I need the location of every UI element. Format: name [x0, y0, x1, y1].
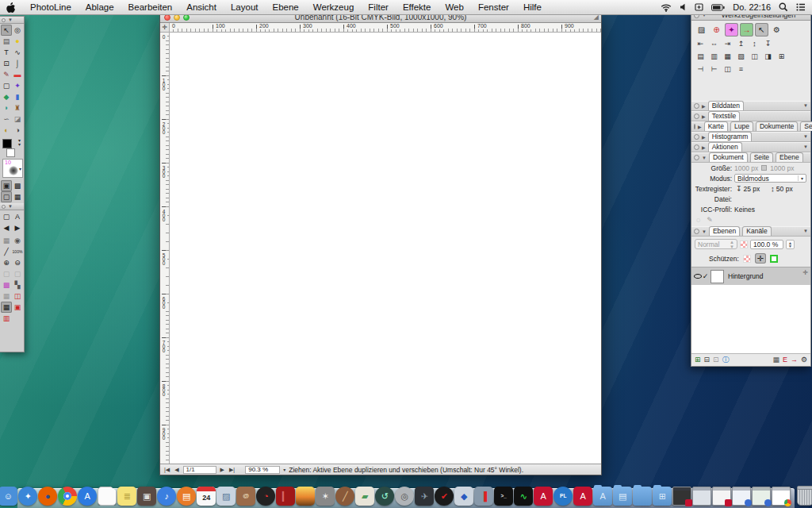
info-button[interactable]: ⓘ — [722, 356, 730, 364]
expand-icon[interactable]: ▶ — [698, 124, 702, 129]
collapse-icon[interactable]: ▼ — [702, 229, 707, 234]
dock-activity-monitor[interactable]: ∿ — [514, 487, 533, 506]
sub-panel-close-button[interactable] — [2, 205, 6, 209]
align-center-h-icon[interactable]: ⇔ — [709, 39, 719, 48]
page-back-icon[interactable]: ▢ — [1, 268, 12, 279]
tab-histogramm[interactable]: Histogramm — [708, 132, 753, 141]
arrow-option-button[interactable]: → — [740, 23, 753, 37]
cursor-option-button[interactable]: ↖ — [755, 23, 768, 37]
path-tool[interactable]: ∿ — [12, 47, 23, 58]
zoom-field[interactable]: 90.3 % — [245, 466, 280, 474]
panel-menu-icon[interactable]: ▼ — [803, 103, 808, 108]
dock-garageband[interactable]: ╱ — [335, 487, 354, 506]
dock-stickies[interactable]: ≣ — [117, 487, 136, 506]
sponge-tool[interactable]: ◗ — [1, 102, 12, 114]
select-tool[interactable]: ↖ — [1, 25, 12, 36]
prev-page-button[interactable]: ◀ — [1, 222, 12, 233]
new-group-button[interactable]: ⊟ — [704, 356, 710, 364]
target-option-icon[interactable]: ⊕ — [710, 23, 723, 37]
master-page-icon[interactable]: A — [12, 211, 23, 222]
next-page-button[interactable]: ▶ — [220, 467, 225, 473]
tab-lupe[interactable]: Lupe — [730, 121, 753, 131]
dock-ibooks[interactable]: ▤ — [177, 487, 196, 506]
opacity-field[interactable]: 100.0 % — [750, 240, 783, 249]
dock-safari[interactable]: ✦ — [18, 487, 37, 506]
distribute-top-icon[interactable]: ▧ — [736, 52, 746, 61]
zoom-dropdown-icon[interactable]: ▾ — [283, 467, 285, 472]
dock-photobooth[interactable]: ▣ — [137, 487, 156, 506]
zoom-100-label[interactable]: 100% — [12, 246, 23, 257]
equal-space-icon[interactable]: ≡ — [736, 64, 746, 74]
menu-item[interactable]: Web — [438, 2, 470, 12]
effect-layer-button[interactable]: E — [783, 356, 787, 364]
protect-size-button[interactable] — [770, 255, 778, 263]
size-link-checkbox[interactable] — [761, 165, 767, 171]
menu-item[interactable]: Ebene — [265, 2, 305, 12]
eraser-tool[interactable]: ◪ — [12, 114, 23, 125]
layer-row-hintergrund[interactable]: ✓ Hintergrund ✛ — [691, 267, 810, 285]
fill-tool[interactable]: ◆ — [1, 91, 12, 102]
expand-icon[interactable]: ▶ — [702, 144, 706, 150]
channel-mask-icon[interactable]: ▩ — [12, 180, 23, 191]
dock-mail[interactable]: ▨ — [216, 487, 236, 506]
image-layer-button[interactable]: ▦ — [772, 356, 779, 364]
notification-center-icon[interactable] — [796, 3, 806, 11]
dock-folder-windows[interactable]: ⊞ — [653, 487, 672, 506]
swatch-dropdown-icons[interactable]: ▾▾ — [18, 139, 21, 147]
align-top-icon[interactable]: ↥ — [736, 39, 746, 48]
grid-off-icon[interactable]: ▦ — [1, 291, 12, 302]
adjustment-layer-button[interactable]: → — [791, 356, 798, 364]
palette-icon[interactable]: ▩ — [1, 279, 12, 291]
layer-move-tool[interactable]: ▤ — [1, 36, 12, 47]
tab-dokument[interactable]: Dokument — [709, 152, 748, 162]
opacity-stepper[interactable]: ▲▼ — [786, 240, 795, 249]
line-icon[interactable]: ╱ — [1, 246, 12, 257]
tab-kanaele[interactable]: Kanäle — [742, 226, 771, 236]
dock-appstore[interactable]: A — [78, 487, 97, 506]
layer-settings-button[interactable]: ⚙ — [801, 356, 807, 364]
palette-collapse-icon[interactable]: ▼ — [8, 17, 13, 22]
healing-tool[interactable]: ▬ — [12, 69, 23, 80]
volume-icon[interactable] — [680, 3, 687, 11]
dock-libreoffice[interactable] — [98, 487, 117, 506]
dock-virtualbox[interactable]: ◆ — [454, 487, 473, 506]
dock-dark-app[interactable]: ✈ — [415, 487, 434, 506]
next-page-button[interactable]: ▶ — [12, 222, 23, 233]
sub-panel-collapse-icon[interactable]: ▼ — [8, 204, 13, 209]
protect-transparency-icon[interactable] — [743, 255, 751, 263]
dock-adobe-app[interactable]: A — [534, 487, 553, 506]
dock-calendar[interactable]: 24 — [197, 487, 216, 506]
dock-dashboard[interactable]: ◔ — [256, 487, 275, 506]
tab-ebene[interactable]: Ebene — [776, 152, 803, 162]
dock-itunes[interactable]: ♪ — [157, 487, 176, 506]
text-tool[interactable]: T — [1, 47, 12, 58]
dock-minimized-window-3[interactable] — [752, 487, 771, 506]
menu-item[interactable]: Ansicht — [179, 2, 224, 12]
dock-adobe-app-2[interactable]: A — [573, 487, 592, 506]
transparency-checker-icon[interactable] — [740, 241, 748, 248]
blend-mode-select[interactable]: Normal ▲▼ — [695, 239, 737, 249]
background-color-swatch[interactable] — [6, 148, 15, 157]
dock-chrome[interactable] — [58, 487, 77, 506]
mode-select[interactable]: Bildmodus ▾ — [734, 174, 806, 183]
dodge-tool[interactable]: ◐ — [1, 125, 12, 136]
palette-close-button[interactable] — [2, 18, 6, 22]
dock-imovie[interactable]: ✶ — [316, 487, 335, 506]
layer-expand-icon[interactable]: ✛ — [802, 269, 808, 276]
prev-page-button[interactable]: ◀ — [174, 467, 179, 473]
zoom-in-button[interactable]: ⊕ — [1, 257, 12, 268]
icc-value[interactable]: Keines — [734, 206, 755, 214]
distribute-middle-icon[interactable]: ◫ — [749, 52, 760, 61]
tab-karte[interactable]: Karte — [704, 121, 728, 131]
size-match-icon[interactable]: ◫ — [722, 64, 733, 74]
menu-item[interactable]: Layout — [224, 2, 266, 12]
raster-icon[interactable]: ▚ — [12, 279, 23, 291]
size-height-value[interactable]: 1000 px — [770, 164, 794, 172]
last-page-button[interactable]: ▶| — [228, 467, 236, 473]
pencil-tool[interactable]: ✎ — [1, 69, 12, 80]
wifi-icon[interactable] — [661, 3, 672, 12]
align-right-icon[interactable]: ⇥ — [722, 39, 733, 48]
tab-seite[interactable]: Seite — [750, 152, 773, 162]
close-button[interactable] — [694, 114, 699, 119]
menu-item[interactable]: Werkzeug — [306, 2, 362, 12]
